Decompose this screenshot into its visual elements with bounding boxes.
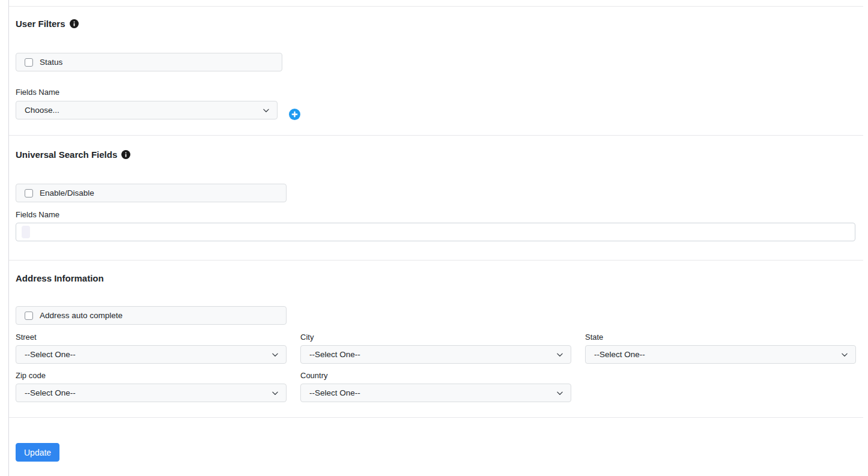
street-label: Street [16, 333, 37, 342]
panel-left-border [8, 0, 9, 476]
street-select-value: --Select One-- [25, 350, 76, 359]
section-divider [9, 135, 863, 136]
address-section-title: Address Information [16, 273, 104, 283]
enable-disable-checkbox[interactable] [25, 189, 33, 197]
zip-code-select[interactable]: --Select One-- [16, 384, 287, 402]
user-filters-fields-name-label: Fields Name [16, 88, 59, 97]
chevron-down-icon [263, 107, 270, 114]
info-circle-icon [121, 150, 130, 159]
address-title-text: Address Information [16, 273, 104, 283]
state-select[interactable]: --Select One-- [585, 345, 856, 364]
user-filters-title-text: User Filters [16, 19, 65, 29]
zip-code-label: Zip code [16, 371, 46, 380]
universal-search-title-text: Universal Search Fields [16, 149, 117, 160]
enable-disable-checkbox-panel: Enable/Disable [16, 184, 287, 202]
user-filters-section-title: User Filters [16, 19, 79, 29]
user-filters-fields-select[interactable]: Choose... [16, 101, 278, 119]
address-autocomplete-checkbox[interactable] [25, 312, 33, 320]
universal-search-fields-input[interactable] [16, 223, 855, 241]
state-select-value: --Select One-- [594, 350, 645, 359]
chevron-down-icon [272, 351, 279, 358]
street-select[interactable]: --Select One-- [16, 345, 287, 364]
panel-top-border [9, 6, 863, 7]
universal-search-fields-name-label: Fields Name [16, 210, 59, 219]
chevron-down-icon [841, 351, 848, 358]
status-checkbox[interactable] [25, 58, 33, 67]
chevron-down-icon [556, 390, 563, 397]
country-select-value: --Select One-- [309, 388, 360, 397]
section-divider [9, 260, 863, 261]
section-divider [9, 417, 863, 418]
status-checkbox-label: Status [40, 58, 62, 67]
update-button[interactable]: Update [16, 443, 59, 462]
address-autocomplete-checkbox-panel: Address auto complete [16, 306, 287, 325]
country-label: Country [300, 371, 328, 380]
settings-page: User Filters Status Fields Name Choose..… [0, 0, 868, 476]
city-select[interactable]: --Select One-- [300, 345, 571, 364]
empty-tag-pill [22, 226, 30, 238]
state-label: State [585, 333, 603, 342]
user-filters-fields-select-value: Choose... [25, 106, 59, 115]
plus-circle-icon [289, 109, 300, 120]
country-select[interactable]: --Select One-- [300, 384, 571, 402]
chevron-down-icon [556, 351, 563, 358]
city-select-value: --Select One-- [309, 350, 360, 359]
city-label: City [300, 333, 314, 342]
status-checkbox-panel: Status [16, 53, 282, 71]
zip-code-select-value: --Select One-- [25, 388, 76, 397]
enable-disable-checkbox-label: Enable/Disable [40, 188, 94, 197]
info-circle-icon [70, 19, 79, 28]
address-autocomplete-checkbox-label: Address auto complete [40, 311, 123, 320]
add-field-button[interactable] [289, 109, 300, 120]
universal-search-section-title: Universal Search Fields [16, 149, 130, 160]
chevron-down-icon [272, 390, 279, 397]
